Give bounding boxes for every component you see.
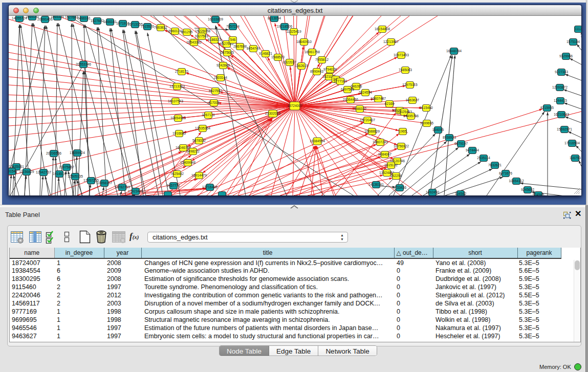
svg-text:1916685: 1916685 <box>172 132 186 135</box>
svg-text:10756922: 10756922 <box>394 144 409 148</box>
svg-text:17359924: 17359924 <box>70 151 85 155</box>
svg-text:9227343: 9227343 <box>555 70 568 74</box>
svg-text:2935114: 2935114 <box>477 156 490 160</box>
svg-text:19384554: 19384554 <box>310 139 325 143</box>
svg-text:9115460: 9115460 <box>420 106 433 110</box>
svg-text:21364436: 21364436 <box>343 98 358 101</box>
svg-text:1112: 1112 <box>575 27 581 31</box>
svg-text:1588520: 1588520 <box>271 55 285 59</box>
svg-text:546: 546 <box>230 38 235 41</box>
svg-text:7857224: 7857224 <box>226 25 239 28</box>
svg-text:16210643: 16210643 <box>554 113 569 116</box>
svg-text:23302033: 23302033 <box>265 112 280 115</box>
svg-text:8990443: 8990443 <box>310 70 323 73</box>
svg-text:7485063: 7485063 <box>399 68 412 72</box>
svg-text:1615132: 1615132 <box>384 163 398 167</box>
svg-text:8938923: 8938923 <box>443 136 456 139</box>
svg-text:6879197: 6879197 <box>454 142 468 145</box>
svg-text:9699695: 9699695 <box>420 121 433 125</box>
svg-text:3824554: 3824554 <box>359 91 372 94</box>
svg-text:9146821: 9146821 <box>259 52 272 55</box>
svg-text:2803144: 2803144 <box>214 76 227 79</box>
svg-text:12213967: 12213967 <box>383 40 399 43</box>
svg-text:9245652: 9245652 <box>521 188 534 191</box>
svg-text:1914519: 1914519 <box>53 172 66 176</box>
svg-text:10807487: 10807487 <box>371 97 386 100</box>
svg-text:6466161: 6466161 <box>77 16 91 20</box>
svg-text:18724007: 18724007 <box>287 104 302 107</box>
svg-text:16033809: 16033809 <box>208 17 223 21</box>
svg-text:5878332: 5878332 <box>192 139 206 142</box>
svg-text:13535364: 13535364 <box>195 126 210 130</box>
svg-text:1527602: 1527602 <box>91 19 104 23</box>
svg-text:8427552: 8427552 <box>209 89 222 93</box>
svg-text:1733436: 1733436 <box>393 186 406 189</box>
svg-text:9474444: 9474444 <box>466 148 479 152</box>
svg-text:417006: 417006 <box>208 101 220 104</box>
svg-text:12505135: 12505135 <box>68 174 83 178</box>
svg-text:8186323: 8186323 <box>208 38 221 41</box>
svg-text:7986322: 7986322 <box>353 107 366 111</box>
svg-text:7632621: 7632621 <box>488 163 502 167</box>
svg-text:252254: 252254 <box>390 174 402 178</box>
svg-text:15409948: 15409948 <box>180 161 195 164</box>
svg-text:891295: 891295 <box>181 30 193 34</box>
svg-text:10654112: 10654112 <box>509 179 524 183</box>
svg-text:20206536: 20206536 <box>46 151 61 155</box>
svg-text:8215955: 8215955 <box>540 106 554 110</box>
svg-text:11325419: 11325419 <box>286 30 301 33</box>
svg-text:9777169: 9777169 <box>334 79 347 83</box>
svg-text:20975867: 20975867 <box>59 165 74 169</box>
svg-text:12093872: 12093872 <box>552 85 568 89</box>
svg-text:16914479: 16914479 <box>191 173 207 177</box>
svg-text:17016504: 17016504 <box>564 141 580 145</box>
svg-text:1965: 1965 <box>399 129 407 133</box>
svg-text:15692971: 15692971 <box>557 127 572 131</box>
svg-text:20553346: 20553346 <box>76 62 91 66</box>
svg-text:13716485: 13716485 <box>202 185 217 189</box>
svg-text:9242848: 9242848 <box>216 63 230 67</box>
svg-text:7955812: 7955812 <box>315 58 329 61</box>
svg-text:15720407: 15720407 <box>360 118 375 122</box>
svg-text:10688609: 10688609 <box>364 129 380 133</box>
svg-text:9463627: 9463627 <box>406 98 419 102</box>
svg-text:8960124: 8960124 <box>168 29 182 33</box>
svg-text:8454749: 8454749 <box>247 47 260 50</box>
svg-text:9457771: 9457771 <box>167 184 180 187</box>
svg-text:7663822: 7663822 <box>154 26 167 29</box>
svg-text:12942737: 12942737 <box>36 170 51 174</box>
svg-text:12923446: 12923446 <box>128 189 143 193</box>
svg-text:12213303: 12213303 <box>169 84 185 88</box>
svg-text:1362615: 1362615 <box>295 64 308 68</box>
svg-text:1527602: 1527602 <box>65 16 78 19</box>
svg-text:16543382: 16543382 <box>186 40 202 44</box>
svg-text:8322037: 8322037 <box>283 60 296 64</box>
svg-text:164095: 164095 <box>432 128 444 132</box>
svg-text:1244415: 1244415 <box>554 99 567 102</box>
svg-text:16961758: 16961758 <box>304 50 320 54</box>
svg-text:6466161: 6466161 <box>103 20 117 24</box>
svg-text:16782759: 16782759 <box>115 185 130 189</box>
svg-text:16154808: 16154808 <box>375 27 390 31</box>
svg-text:8471676: 8471676 <box>499 171 512 175</box>
svg-text:10958107: 10958107 <box>97 181 112 185</box>
svg-text:6497568: 6497568 <box>341 87 354 91</box>
svg-text:5875685: 5875685 <box>221 51 234 54</box>
svg-text:18640910: 18640910 <box>296 40 312 43</box>
svg-text:2867608: 2867608 <box>233 45 247 48</box>
svg-text:14136141: 14136141 <box>368 183 384 186</box>
svg-text:15226058: 15226058 <box>195 29 210 33</box>
svg-text:3498222: 3498222 <box>186 149 200 153</box>
svg-text:19218506: 19218506 <box>277 25 292 28</box>
svg-text:7515526: 7515526 <box>141 25 154 28</box>
svg-text:116753: 116753 <box>570 156 581 160</box>
svg-text:11156829: 11156829 <box>19 170 34 173</box>
svg-text:10654983: 10654983 <box>170 116 186 120</box>
svg-text:9329966: 9329966 <box>559 54 573 58</box>
svg-text:16648784: 16648784 <box>446 49 462 53</box>
svg-text:18807249: 18807249 <box>373 140 388 144</box>
svg-text:3267110: 3267110 <box>202 113 215 117</box>
svg-text:16046788: 16046788 <box>176 146 191 149</box>
svg-text:8813054: 8813054 <box>268 16 281 20</box>
svg-text:1065326: 1065326 <box>51 16 64 18</box>
